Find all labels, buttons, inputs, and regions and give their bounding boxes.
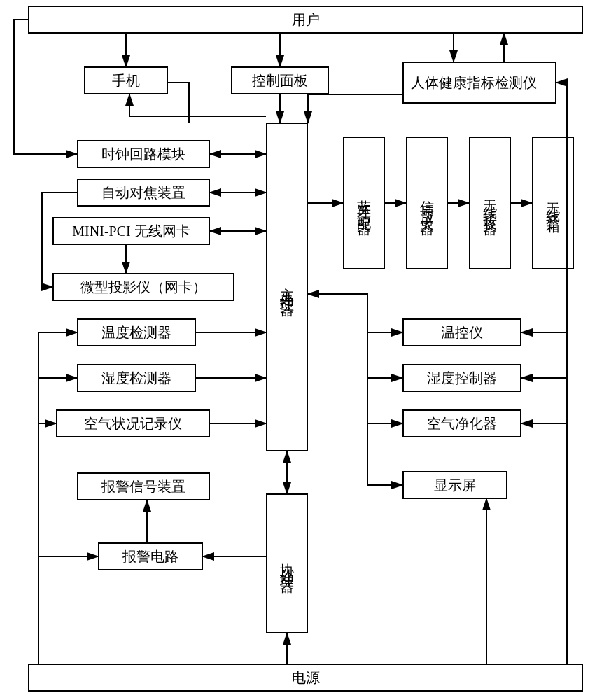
label: 用户 <box>292 10 320 29</box>
label: 显示屏 <box>434 475 476 495</box>
label: 湿度检测器 <box>101 368 171 388</box>
node-display: 显示屏 <box>402 471 507 499</box>
label: 手机 <box>112 71 140 90</box>
label: 空气状况记录仪 <box>84 414 182 433</box>
label: MINI-PCI 无线网卡 <box>72 221 190 241</box>
label: 无线音箱 <box>543 192 563 214</box>
label: 人体健康指标检测仪 <box>411 73 537 92</box>
label: 湿度控制器 <box>427 368 497 388</box>
node-air-rec: 空气状况记录仪 <box>56 410 210 438</box>
node-temp-ctrl: 温控仪 <box>402 318 521 346</box>
node-autofocus: 自动对焦装置 <box>77 178 210 206</box>
node-alarm-ckt: 报警电路 <box>98 542 203 570</box>
node-phone: 手机 <box>84 66 168 94</box>
label: 信号放大器 <box>417 189 437 217</box>
node-humid-ctrl: 湿度控制器 <box>402 364 521 392</box>
label: 报警信号装置 <box>101 477 185 496</box>
label: 报警电路 <box>122 547 178 566</box>
label: 自动对焦装置 <box>101 183 185 202</box>
node-health: 人体健康指标检测仪 <box>402 62 556 104</box>
label: 空气净化器 <box>427 414 497 433</box>
label: 协处理器 <box>277 552 297 575</box>
label: 时钟回路模块 <box>101 144 185 164</box>
label: 蓝牙适配器 <box>354 189 374 217</box>
label: 电源 <box>292 668 320 687</box>
node-panel: 控制面板 <box>231 66 329 94</box>
node-power: 电源 <box>28 664 583 692</box>
label: 无线接收器 <box>480 189 500 217</box>
label: 微型投影仪（网卡） <box>80 277 206 297</box>
node-wifi: MINI-PCI 无线网卡 <box>52 217 210 245</box>
node-spk: 无线音箱 <box>532 136 574 270</box>
node-projector: 微型投影仪（网卡） <box>52 273 234 301</box>
node-user: 用户 <box>28 6 583 34</box>
node-main-cpu: 主处理器 <box>266 122 308 451</box>
node-rx: 无线接收器 <box>469 136 511 270</box>
label: 温度检测器 <box>101 323 171 342</box>
node-bt: 蓝牙适配器 <box>343 136 385 270</box>
node-co-cpu: 协处理器 <box>266 493 308 634</box>
node-humid-det: 湿度检测器 <box>77 364 196 392</box>
label: 控制面板 <box>252 71 308 90</box>
label: 温控仪 <box>441 323 483 342</box>
node-clock: 时钟回路模块 <box>77 140 210 168</box>
node-amp: 信号放大器 <box>406 136 448 270</box>
node-temp-det: 温度检测器 <box>77 318 196 346</box>
node-air-pur: 空气净化器 <box>402 410 521 438</box>
label: 主处理器 <box>277 276 297 298</box>
node-alarm-sig: 报警信号装置 <box>77 472 210 500</box>
